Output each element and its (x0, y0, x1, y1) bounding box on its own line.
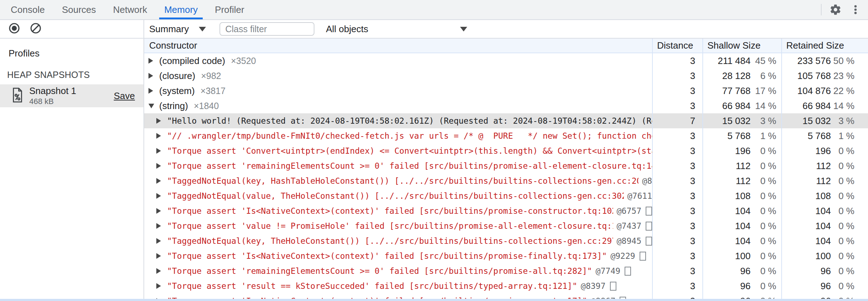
constructor-cell: "TaggedNotEqual(key, TheHoleConstant()) … (144, 233, 652, 248)
instance-count: ×3520 (231, 56, 256, 66)
retained-size-percent: 0 % (831, 191, 854, 202)
table-row[interactable]: "TaggedNotEqual(key, TheHoleConstant()) … (144, 233, 868, 248)
retained-size-percent: 14 % (831, 100, 854, 112)
disclosure-triangle-icon[interactable] (156, 238, 167, 244)
shallow-size-value: 112 (736, 161, 751, 172)
retained-size-value: 104 876 (797, 85, 831, 97)
table-row[interactable]: "Hello world! (Requested at: 2024-08-19T… (144, 113, 868, 128)
disclosure-triangle-icon[interactable] (156, 148, 167, 154)
retained-size-cell: 112 0 % (781, 158, 868, 173)
disclosure-triangle-icon[interactable] (148, 73, 159, 79)
shallow-size-percent: 0 % (751, 221, 776, 232)
table-row[interactable]: (system) ×3817 3 77 768 17 % 104 876 22 … (144, 83, 868, 98)
disclosure-triangle-icon[interactable] (156, 253, 167, 259)
column-header-shallow-size[interactable]: Shallow Size (702, 39, 781, 53)
constructor-name: "Torque assert 'remainingElementsCount >… (167, 161, 652, 171)
disclosure-triangle-icon[interactable] (156, 208, 167, 214)
tab-network[interactable]: Network (107, 0, 153, 19)
retained-size-percent: 0 % (831, 221, 854, 232)
retained-size-percent: 0 % (831, 161, 854, 172)
devtools-tabbar: ConsoleSourcesNetworkMemoryProfiler (0, 0, 868, 20)
disclosure-triangle-icon[interactable] (156, 118, 167, 124)
constructor-cell: "Torque assert 'value != PromiseHole' fa… (144, 218, 652, 233)
constructor-name: "Torque assert 'Is<NativeContext>(contex… (167, 206, 613, 216)
more-options-kebab-icon[interactable] (849, 4, 862, 16)
tab-memory[interactable]: Memory (158, 0, 204, 19)
column-header-retained-size[interactable]: Retained Size (781, 39, 868, 53)
tab-profiler[interactable]: Profiler (208, 0, 251, 19)
shallow-size-cell: 108 0 % (702, 188, 781, 203)
table-row[interactable]: "Torque assert 'Is<NativeContext>(contex… (144, 203, 868, 218)
disclosure-triangle-icon[interactable] (156, 223, 167, 229)
shallow-size-percent: 0 % (751, 145, 776, 157)
retained-size-cell: 105 768 23 % (781, 68, 868, 83)
constructor-cell: "Torque assert 'remainingElementsCount >… (144, 263, 652, 278)
retained-size-percent: 3 % (831, 115, 854, 127)
settings-gear-icon[interactable] (829, 4, 842, 16)
disclosure-triangle-icon[interactable] (148, 104, 159, 108)
shallow-size-percent: 0 % (751, 191, 776, 202)
snapshot-info: Snapshot 1 468 kB (29, 86, 76, 105)
disclosure-triangle-icon[interactable] (156, 193, 167, 199)
disclosure-triangle-icon[interactable] (156, 163, 167, 169)
distance-cell: 3 (652, 233, 702, 248)
retained-size-percent: 22 % (831, 85, 854, 97)
retained-size-cell: 15 032 3 % (781, 113, 868, 128)
disclosure-triangle-icon[interactable] (156, 178, 167, 184)
table-row[interactable]: (compiled code) ×3520 3 211 484 45 % 233… (144, 53, 868, 68)
distance-cell: 3 (652, 158, 702, 173)
tab-console[interactable]: Console (4, 0, 51, 19)
perspective-select[interactable]: Summary (149, 24, 206, 35)
disclosure-triangle-icon[interactable] (148, 88, 159, 94)
column-header-constructor[interactable]: Constructor (144, 39, 652, 53)
table-row[interactable]: "TaggedNotEqual(value, TheHoleConstant()… (144, 188, 868, 203)
disclosure-triangle-icon[interactable] (148, 58, 159, 64)
retained-size-cell: 5 768 1 % (781, 128, 868, 143)
table-row[interactable]: (closure) ×982 3 28 128 6 % 105 768 23 % (144, 68, 868, 83)
grid-body: (compiled code) ×3520 3 211 484 45 % 233… (144, 53, 868, 301)
table-row[interactable]: "Torque assert 'remainingElementsCount >… (144, 263, 868, 278)
record-heap-snapshot-icon[interactable] (9, 23, 20, 35)
retained-size-value: 112 (816, 161, 831, 172)
instance-count: ×3817 (201, 86, 226, 96)
table-row[interactable]: (string) ×1840 3 66 984 14 % 66 984 14 % (144, 98, 868, 113)
table-row[interactable]: "// .wrangler/tmp/bundle-FmNIt0/checked-… (144, 128, 868, 143)
unknown-glyph-box-icon (646, 222, 652, 231)
bottom-highlight-strip (0, 299, 868, 301)
distance-cell: 3 (652, 128, 702, 143)
table-row[interactable]: "TaggedNotEqual(key, HashTableHoleConsta… (144, 173, 868, 188)
snapshot-name: Snapshot 1 (29, 86, 76, 96)
table-row[interactable]: "Torque assert 'remainingElementsCount >… (144, 158, 868, 173)
table-row[interactable]: "Torque assert 'Is<NativeContext>(contex… (144, 248, 868, 263)
save-snapshot-link[interactable]: Save (114, 90, 135, 102)
retained-size-value: 112 (816, 176, 831, 187)
shallow-size-value: 96 (740, 266, 751, 277)
class-filter-input[interactable] (219, 22, 314, 36)
disclosure-triangle-icon[interactable] (156, 283, 167, 289)
constructor-name: "Torque assert 'Is<NativeContext>(contex… (167, 251, 607, 261)
instance-count: ×1840 (194, 101, 219, 111)
disclosure-triangle-icon[interactable] (156, 133, 167, 139)
shallow-size-cell: 104 0 % (702, 233, 781, 248)
constructor-cell: "TaggedNotEqual(key, HashTableHoleConsta… (144, 173, 652, 188)
table-row[interactable]: "Torque assert 'Convert<uintptr>(endInde… (144, 143, 868, 158)
retained-size-cell: 96 0 % (781, 278, 868, 293)
clear-profiles-icon[interactable] (30, 23, 41, 35)
retained-size-value: 104 (816, 206, 831, 217)
shallow-size-value: 100 (735, 251, 751, 262)
constructor-name: "Torque assert 'result == kStoreSucceded… (167, 281, 577, 291)
retained-size-cell: 104 0 % (781, 233, 868, 248)
distance-cell: 7 (652, 113, 702, 128)
constructor-cell: (string) ×1840 (144, 98, 652, 113)
column-header-distance[interactable]: Distance (652, 39, 702, 53)
unknown-glyph-box-icon (625, 267, 631, 276)
unknown-glyph-box-icon (610, 282, 616, 291)
sidebar-item-snapshot-1[interactable]: Snapshot 1 468 kB Save (0, 84, 143, 107)
disclosure-triangle-icon[interactable] (156, 268, 167, 274)
memory-panel-main: Summary All objects Constructor Distance… (144, 20, 868, 301)
table-row[interactable]: "Torque assert 'result == kStoreSucceded… (144, 278, 868, 293)
object-filter-select[interactable]: All objects (326, 24, 467, 35)
table-row[interactable]: "Torque assert 'value != PromiseHole' fa… (144, 218, 868, 233)
tab-sources[interactable]: Sources (55, 0, 102, 19)
shallow-size-percent: 17 % (751, 85, 776, 97)
